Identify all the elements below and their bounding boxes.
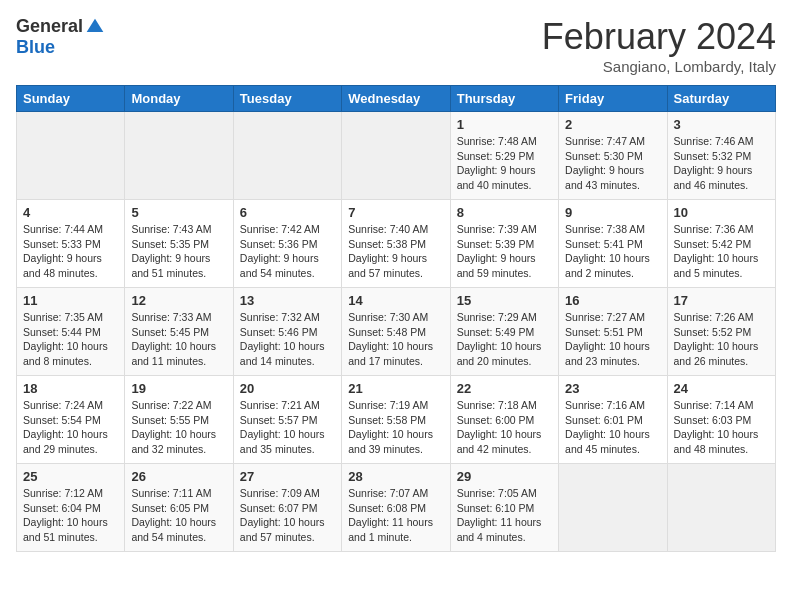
calendar-cell: 7Sunrise: 7:40 AM Sunset: 5:38 PM Daylig… [342, 200, 450, 288]
day-number: 6 [240, 205, 335, 220]
day-info: Sunrise: 7:22 AM Sunset: 5:55 PM Dayligh… [131, 398, 226, 457]
day-number: 13 [240, 293, 335, 308]
calendar-week-row: 18Sunrise: 7:24 AM Sunset: 5:54 PM Dayli… [17, 376, 776, 464]
calendar-cell [17, 112, 125, 200]
calendar-week-row: 25Sunrise: 7:12 AM Sunset: 6:04 PM Dayli… [17, 464, 776, 552]
day-info: Sunrise: 7:44 AM Sunset: 5:33 PM Dayligh… [23, 222, 118, 281]
calendar-cell: 6Sunrise: 7:42 AM Sunset: 5:36 PM Daylig… [233, 200, 341, 288]
day-info: Sunrise: 7:05 AM Sunset: 6:10 PM Dayligh… [457, 486, 552, 545]
location-subtitle: Sangiano, Lombardy, Italy [542, 58, 776, 75]
day-number: 16 [565, 293, 660, 308]
calendar-cell: 29Sunrise: 7:05 AM Sunset: 6:10 PM Dayli… [450, 464, 558, 552]
calendar-cell: 15Sunrise: 7:29 AM Sunset: 5:49 PM Dayli… [450, 288, 558, 376]
calendar-cell: 11Sunrise: 7:35 AM Sunset: 5:44 PM Dayli… [17, 288, 125, 376]
weekday-header: Friday [559, 86, 667, 112]
weekday-header: Tuesday [233, 86, 341, 112]
day-number: 17 [674, 293, 769, 308]
logo: General Blue [16, 16, 105, 58]
day-number: 24 [674, 381, 769, 396]
day-number: 19 [131, 381, 226, 396]
day-number: 22 [457, 381, 552, 396]
calendar-body: 1Sunrise: 7:48 AM Sunset: 5:29 PM Daylig… [17, 112, 776, 552]
calendar-cell: 24Sunrise: 7:14 AM Sunset: 6:03 PM Dayli… [667, 376, 775, 464]
page-header: General Blue February 2024 Sangiano, Lom… [16, 16, 776, 75]
logo-general-text: General [16, 16, 83, 37]
weekday-header: Saturday [667, 86, 775, 112]
calendar-cell: 4Sunrise: 7:44 AM Sunset: 5:33 PM Daylig… [17, 200, 125, 288]
weekday-header: Monday [125, 86, 233, 112]
day-number: 14 [348, 293, 443, 308]
calendar-cell: 12Sunrise: 7:33 AM Sunset: 5:45 PM Dayli… [125, 288, 233, 376]
calendar-cell [559, 464, 667, 552]
day-number: 12 [131, 293, 226, 308]
weekday-row: SundayMondayTuesdayWednesdayThursdayFrid… [17, 86, 776, 112]
day-info: Sunrise: 7:38 AM Sunset: 5:41 PM Dayligh… [565, 222, 660, 281]
day-info: Sunrise: 7:42 AM Sunset: 5:36 PM Dayligh… [240, 222, 335, 281]
calendar-cell: 26Sunrise: 7:11 AM Sunset: 6:05 PM Dayli… [125, 464, 233, 552]
day-number: 3 [674, 117, 769, 132]
day-info: Sunrise: 7:16 AM Sunset: 6:01 PM Dayligh… [565, 398, 660, 457]
day-info: Sunrise: 7:33 AM Sunset: 5:45 PM Dayligh… [131, 310, 226, 369]
calendar-cell: 10Sunrise: 7:36 AM Sunset: 5:42 PM Dayli… [667, 200, 775, 288]
calendar-week-row: 1Sunrise: 7:48 AM Sunset: 5:29 PM Daylig… [17, 112, 776, 200]
day-info: Sunrise: 7:32 AM Sunset: 5:46 PM Dayligh… [240, 310, 335, 369]
day-number: 26 [131, 469, 226, 484]
day-info: Sunrise: 7:07 AM Sunset: 6:08 PM Dayligh… [348, 486, 443, 545]
logo-blue-text: Blue [16, 37, 55, 57]
day-info: Sunrise: 7:24 AM Sunset: 5:54 PM Dayligh… [23, 398, 118, 457]
day-info: Sunrise: 7:27 AM Sunset: 5:51 PM Dayligh… [565, 310, 660, 369]
calendar-cell: 2Sunrise: 7:47 AM Sunset: 5:30 PM Daylig… [559, 112, 667, 200]
day-number: 18 [23, 381, 118, 396]
calendar-cell: 25Sunrise: 7:12 AM Sunset: 6:04 PM Dayli… [17, 464, 125, 552]
calendar-cell [125, 112, 233, 200]
calendar-cell: 22Sunrise: 7:18 AM Sunset: 6:00 PM Dayli… [450, 376, 558, 464]
weekday-header: Sunday [17, 86, 125, 112]
calendar-cell: 23Sunrise: 7:16 AM Sunset: 6:01 PM Dayli… [559, 376, 667, 464]
calendar-cell: 16Sunrise: 7:27 AM Sunset: 5:51 PM Dayli… [559, 288, 667, 376]
day-info: Sunrise: 7:35 AM Sunset: 5:44 PM Dayligh… [23, 310, 118, 369]
day-number: 11 [23, 293, 118, 308]
calendar-cell: 3Sunrise: 7:46 AM Sunset: 5:32 PM Daylig… [667, 112, 775, 200]
day-number: 2 [565, 117, 660, 132]
calendar-cell: 17Sunrise: 7:26 AM Sunset: 5:52 PM Dayli… [667, 288, 775, 376]
calendar-week-row: 4Sunrise: 7:44 AM Sunset: 5:33 PM Daylig… [17, 200, 776, 288]
day-number: 21 [348, 381, 443, 396]
weekday-header: Thursday [450, 86, 558, 112]
day-number: 15 [457, 293, 552, 308]
day-number: 5 [131, 205, 226, 220]
day-info: Sunrise: 7:12 AM Sunset: 6:04 PM Dayligh… [23, 486, 118, 545]
calendar-cell [342, 112, 450, 200]
calendar-cell [667, 464, 775, 552]
day-number: 27 [240, 469, 335, 484]
calendar-cell: 8Sunrise: 7:39 AM Sunset: 5:39 PM Daylig… [450, 200, 558, 288]
weekday-header: Wednesday [342, 86, 450, 112]
svg-marker-0 [87, 18, 104, 31]
day-info: Sunrise: 7:26 AM Sunset: 5:52 PM Dayligh… [674, 310, 769, 369]
day-number: 25 [23, 469, 118, 484]
title-area: February 2024 Sangiano, Lombardy, Italy [542, 16, 776, 75]
calendar-table: SundayMondayTuesdayWednesdayThursdayFrid… [16, 85, 776, 552]
day-number: 1 [457, 117, 552, 132]
calendar-cell: 18Sunrise: 7:24 AM Sunset: 5:54 PM Dayli… [17, 376, 125, 464]
calendar-cell [233, 112, 341, 200]
day-info: Sunrise: 7:11 AM Sunset: 6:05 PM Dayligh… [131, 486, 226, 545]
calendar-cell: 9Sunrise: 7:38 AM Sunset: 5:41 PM Daylig… [559, 200, 667, 288]
day-number: 9 [565, 205, 660, 220]
day-info: Sunrise: 7:40 AM Sunset: 5:38 PM Dayligh… [348, 222, 443, 281]
day-info: Sunrise: 7:39 AM Sunset: 5:39 PM Dayligh… [457, 222, 552, 281]
calendar-cell: 20Sunrise: 7:21 AM Sunset: 5:57 PM Dayli… [233, 376, 341, 464]
day-number: 4 [23, 205, 118, 220]
logo-icon [85, 17, 105, 37]
month-title: February 2024 [542, 16, 776, 58]
day-number: 20 [240, 381, 335, 396]
day-info: Sunrise: 7:46 AM Sunset: 5:32 PM Dayligh… [674, 134, 769, 193]
day-info: Sunrise: 7:36 AM Sunset: 5:42 PM Dayligh… [674, 222, 769, 281]
day-number: 29 [457, 469, 552, 484]
day-info: Sunrise: 7:21 AM Sunset: 5:57 PM Dayligh… [240, 398, 335, 457]
day-info: Sunrise: 7:48 AM Sunset: 5:29 PM Dayligh… [457, 134, 552, 193]
calendar-header: SundayMondayTuesdayWednesdayThursdayFrid… [17, 86, 776, 112]
calendar-cell: 19Sunrise: 7:22 AM Sunset: 5:55 PM Dayli… [125, 376, 233, 464]
day-info: Sunrise: 7:09 AM Sunset: 6:07 PM Dayligh… [240, 486, 335, 545]
day-info: Sunrise: 7:18 AM Sunset: 6:00 PM Dayligh… [457, 398, 552, 457]
day-number: 8 [457, 205, 552, 220]
